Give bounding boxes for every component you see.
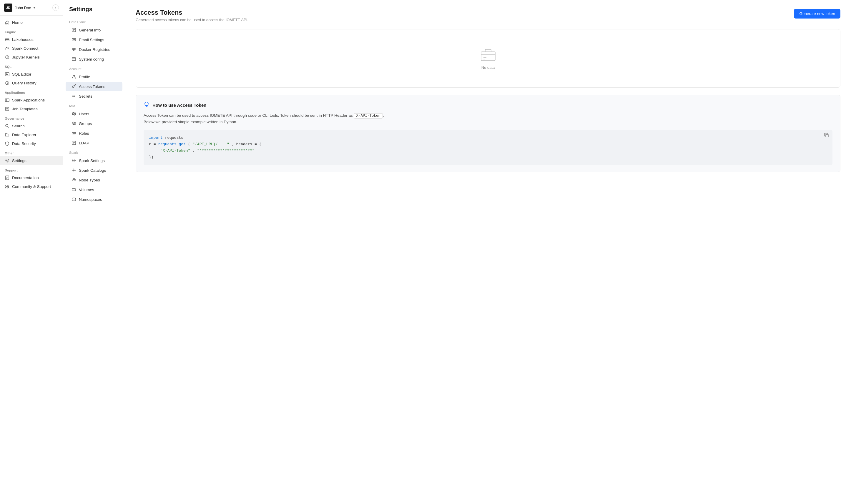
ldap-icon xyxy=(71,141,76,145)
svg-point-43 xyxy=(75,123,76,124)
sidebar-item-data-security[interactable]: Data Security xyxy=(0,139,63,148)
settings-item-spark-settings[interactable]: Spark Settings xyxy=(66,156,122,165)
sidebar-item-home[interactable]: Home xyxy=(0,18,63,27)
svg-point-57 xyxy=(72,198,76,199)
section-sql: SQL xyxy=(0,61,63,70)
groups-icon xyxy=(71,121,76,126)
sidebar-item-jupyter-label: Jupyter Kernels xyxy=(12,55,40,59)
settings-item-email-settings[interactable]: Email Settings xyxy=(66,35,122,44)
documentation-icon xyxy=(5,175,10,180)
settings-item-docker-label: Docker Registries xyxy=(79,47,110,52)
settings-item-spark-catalogs[interactable]: Spark Catalogs xyxy=(66,165,122,175)
how-to-desc-part1: Access Token can be used to access IOMET… xyxy=(144,113,353,118)
svg-point-42 xyxy=(72,123,73,124)
svg-rect-10 xyxy=(5,107,8,110)
sidebar-item-search[interactable]: Search xyxy=(0,122,63,130)
settings-item-docker-registries[interactable]: Docker Registries xyxy=(66,45,122,54)
settings-item-general-info-label: General Info xyxy=(79,28,101,32)
code-header-key: "X-API-Token" xyxy=(160,148,190,153)
section-engine: Engine xyxy=(0,27,63,35)
sidebar-item-jupyter-kernels[interactable]: Jupyter Kernels xyxy=(0,53,63,61)
section-applications: Applications xyxy=(0,87,63,95)
code-func: requests.get xyxy=(158,142,186,146)
settings-item-system-config-label: System config xyxy=(79,57,104,61)
settings-section-spark: Spark xyxy=(63,148,125,156)
sidebar-item-community[interactable]: Community & Support xyxy=(0,182,63,191)
svg-point-21 xyxy=(7,185,9,186)
volumes-icon xyxy=(71,187,76,192)
sidebar-item-job-templates[interactable]: Job Templates xyxy=(0,104,63,113)
svg-rect-26 xyxy=(72,49,73,49)
settings-item-node-types-label: Node Types xyxy=(79,178,100,182)
users-icon xyxy=(71,111,76,116)
svg-point-45 xyxy=(73,133,74,134)
code-token-value: "***********************" xyxy=(197,148,255,153)
code-import: import xyxy=(149,136,163,140)
svg-rect-28 xyxy=(74,49,75,49)
sidebar-item-data-explorer[interactable]: Data Explorer xyxy=(0,130,63,139)
svg-point-32 xyxy=(73,75,75,77)
code-colon: : xyxy=(192,148,197,153)
code-comma: , headers = { xyxy=(231,142,261,146)
sidebar-item-lakehouses-label: Lakehouses xyxy=(12,37,34,42)
how-to-header: How to use Access Token xyxy=(144,102,832,109)
how-to-desc-line2: Below we provided simple example written… xyxy=(144,120,237,124)
settings-item-roles[interactable]: Roles xyxy=(66,128,122,138)
no-data-icon xyxy=(481,47,496,62)
sidebar-item-query-history[interactable]: Query History xyxy=(0,78,63,87)
code-line-2: r = requests.get ( "{API_URL}/...." , he… xyxy=(149,141,827,148)
settings-item-general-info[interactable]: General Info xyxy=(66,25,122,35)
sidebar-item-data-explorer-label: Data Explorer xyxy=(12,132,36,137)
svg-rect-22 xyxy=(72,28,76,32)
sidebar-item-sql-editor[interactable]: SQL Editor xyxy=(0,70,63,78)
settings-item-namespaces-label: Namespaces xyxy=(79,197,102,202)
roles-icon xyxy=(71,131,76,136)
settings-item-users[interactable]: Users xyxy=(66,109,122,119)
docker-icon xyxy=(71,47,76,52)
sidebar-item-query-history-label: Query History xyxy=(12,81,36,85)
sidebar-header: JD John Doe ▾ ‹ xyxy=(0,0,63,16)
explorer-icon xyxy=(5,132,10,137)
settings-item-namespaces[interactable]: Namespaces xyxy=(66,195,122,204)
svg-rect-1 xyxy=(5,40,9,41)
settings-item-users-label: Users xyxy=(79,112,89,116)
settings-item-system-config[interactable]: System config xyxy=(66,54,122,64)
settings-section-iam: IAM xyxy=(63,101,125,109)
svg-rect-29 xyxy=(73,50,74,51)
settings-item-groups[interactable]: Groups xyxy=(66,119,122,128)
settings-item-profile[interactable]: Profile xyxy=(66,72,122,82)
svg-point-33 xyxy=(72,86,74,88)
lakehouse-icon xyxy=(5,37,10,42)
generate-token-button[interactable]: Generate new token xyxy=(794,9,840,19)
sidebar-item-settings[interactable]: Settings xyxy=(0,156,63,165)
settings-item-volumes[interactable]: Volumes xyxy=(66,185,122,194)
sidebar-item-spark-connect[interactable]: Spark Connect xyxy=(0,44,63,53)
page-subtitle: Generated access tokens can be used to a… xyxy=(136,18,248,22)
spark-catalogs-icon xyxy=(71,168,76,173)
sidebar-item-community-label: Community & Support xyxy=(12,184,51,189)
code-line-3: "X-API-Token" : "***********************… xyxy=(149,148,827,154)
settings-item-access-tokens[interactable]: Access Tokens xyxy=(66,82,122,91)
settings-item-ldap[interactable]: LDAP xyxy=(66,138,122,148)
settings-item-secrets[interactable]: Secrets xyxy=(66,91,122,101)
collapse-sidebar-button[interactable]: ‹ xyxy=(52,4,59,11)
copy-code-button[interactable] xyxy=(824,133,829,139)
code-assign: = xyxy=(154,142,158,146)
svg-rect-58 xyxy=(481,52,495,60)
sidebar-item-lakehouses[interactable]: Lakehouses xyxy=(0,35,63,44)
svg-point-13 xyxy=(5,124,8,126)
secrets-icon xyxy=(71,94,76,98)
code-url: "{API_URL}/...." xyxy=(192,142,229,146)
how-to-card: How to use Access Token Access Token can… xyxy=(136,95,840,172)
code-var-r: r xyxy=(149,142,151,146)
search-icon xyxy=(5,124,10,128)
node-types-icon xyxy=(71,178,76,182)
user-menu[interactable]: JD John Doe ▾ xyxy=(4,3,35,12)
how-to-body: Access Token can be used to access IOMET… xyxy=(144,112,832,125)
settings-item-node-types[interactable]: Node Types xyxy=(66,175,122,185)
settings-section-account: Account xyxy=(63,64,125,72)
sidebar-item-spark-applications[interactable]: Spark Applications xyxy=(0,95,63,104)
code-line-4: }) xyxy=(149,154,827,161)
sidebar-item-documentation[interactable]: Documentation xyxy=(0,173,63,182)
section-other: Other xyxy=(0,148,63,156)
